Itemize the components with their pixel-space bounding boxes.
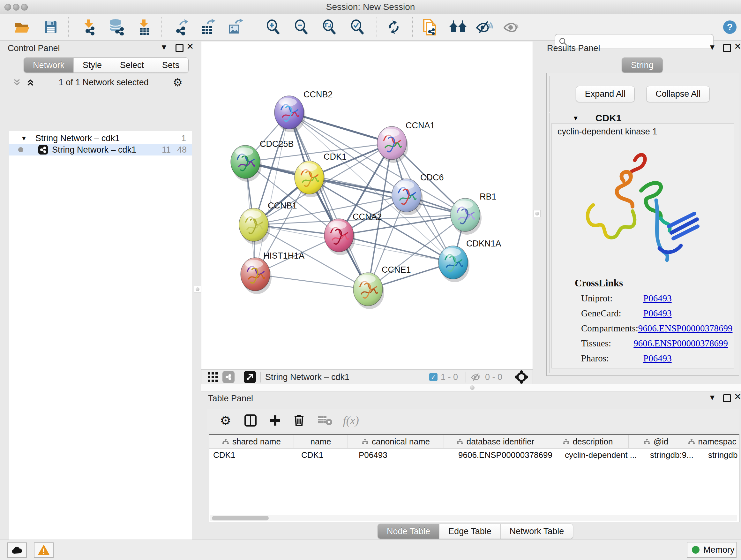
warnings-button[interactable] bbox=[34, 543, 54, 558]
network-node-CCNB2[interactable] bbox=[274, 96, 306, 132]
expand-all-button[interactable]: Expand All bbox=[576, 86, 635, 102]
panel-float-icon[interactable] bbox=[723, 394, 731, 402]
column-header-description[interactable]: description bbox=[547, 435, 629, 448]
column-header-database-identifier[interactable]: database identifier bbox=[444, 435, 547, 448]
crosslink-link[interactable]: 9606.ENSP00000378699 bbox=[633, 338, 728, 349]
import-network-from-file-icon[interactable] bbox=[80, 19, 97, 36]
network-edge-HIST1H1A-CCNE1[interactable] bbox=[255, 274, 368, 289]
tree-caret-icon[interactable]: ▼ bbox=[21, 135, 27, 142]
selected-checkbox-icon[interactable]: ✓ bbox=[429, 373, 437, 381]
network-node-CDC25B[interactable] bbox=[231, 145, 262, 182]
help-icon[interactable]: ? bbox=[723, 20, 737, 35]
tab-sets[interactable]: Sets bbox=[153, 58, 188, 72]
panel-menu-caret-icon[interactable]: ▼ bbox=[709, 44, 716, 51]
panel-float-icon[interactable] bbox=[176, 44, 184, 52]
network-canvas[interactable]: CCNB2CCNA1CDC25BCDK1CDC6RB1CCNB1CCNA2CDK… bbox=[201, 42, 533, 369]
column-header-canonical-name[interactable]: canonical name bbox=[348, 435, 444, 448]
column-header-id[interactable]: @id bbox=[629, 435, 683, 448]
network-node-HIST1H1A[interactable] bbox=[241, 258, 272, 294]
add-column-icon[interactable] bbox=[269, 415, 281, 427]
apply-layout-icon[interactable] bbox=[386, 19, 401, 35]
column-header-name[interactable]: name bbox=[294, 435, 348, 448]
zoom-fit-icon[interactable] bbox=[322, 19, 338, 35]
column-header-shared-name[interactable]: shared name bbox=[209, 435, 294, 448]
export-image-icon[interactable] bbox=[226, 19, 243, 36]
zoom-selected-icon[interactable] bbox=[350, 19, 366, 35]
hide-graphics-details-icon[interactable] bbox=[475, 19, 493, 35]
tab-string[interactable]: String bbox=[622, 58, 663, 72]
save-session-icon[interactable] bbox=[44, 20, 58, 35]
delete-column-icon[interactable] bbox=[293, 414, 305, 427]
network-node-CCNA2[interactable] bbox=[324, 219, 355, 255]
zoom-out-icon[interactable] bbox=[293, 19, 310, 35]
tab-node-table[interactable]: Node Table bbox=[378, 524, 439, 539]
table-cell[interactable]: CDK1 bbox=[209, 449, 297, 461]
delete-table-icon[interactable] bbox=[318, 415, 332, 426]
network-node-CDC6[interactable] bbox=[392, 179, 423, 215]
network-edge-CCNB2-HIST1H1A[interactable] bbox=[255, 112, 289, 274]
copy-network-icon[interactable] bbox=[421, 18, 438, 36]
panel-float-icon[interactable] bbox=[723, 44, 731, 52]
expand-all-chevrons-icon[interactable] bbox=[26, 78, 35, 86]
houses-icon[interactable] bbox=[449, 20, 467, 35]
table-options-gear-icon[interactable]: ⚙ bbox=[220, 413, 231, 428]
tab-network[interactable]: Network bbox=[24, 58, 73, 72]
protein-structure-image bbox=[576, 143, 710, 273]
tab-network-table[interactable]: Network Table bbox=[500, 524, 573, 539]
network-node-CCNA1[interactable] bbox=[377, 126, 408, 163]
import-network-from-database-icon[interactable] bbox=[107, 19, 125, 36]
export-network-icon[interactable] bbox=[172, 19, 189, 36]
crosslink-link[interactable]: P06493 bbox=[643, 353, 672, 364]
panel-close-icon[interactable]: ✕ bbox=[734, 43, 741, 51]
column-header-namespac[interactable]: namespac bbox=[683, 435, 741, 448]
open-session-icon[interactable] bbox=[14, 20, 30, 35]
panel-close-icon[interactable]: ✕ bbox=[186, 43, 194, 51]
table-row[interactable]: CDK1CDK1P064939606.ENSP00000378699cyclin… bbox=[209, 449, 739, 461]
node-result-entry: ▼ CDK1 cyclin-dependent kinase 1 bbox=[549, 113, 736, 373]
network-row-selected[interactable]: String Network – cdk1 11 48 bbox=[9, 144, 192, 155]
network-options-gear-icon[interactable]: ⚙ bbox=[173, 76, 183, 89]
collapse-all-chevrons-icon[interactable] bbox=[13, 78, 21, 86]
network-edge-CCNB2-CCNE1[interactable] bbox=[289, 112, 368, 289]
entry-caret-icon[interactable]: ▼ bbox=[572, 115, 579, 122]
panel-close-icon[interactable]: ✕ bbox=[734, 393, 741, 401]
tab-select[interactable]: Select bbox=[111, 58, 153, 72]
export-table-icon[interactable] bbox=[199, 19, 216, 36]
crosslink-link[interactable]: P06493 bbox=[643, 308, 672, 319]
table-horizontal-scrollbar[interactable] bbox=[210, 515, 737, 521]
show-graphics-details-icon[interactable] bbox=[503, 19, 520, 35]
network-node-CDK1[interactable] bbox=[294, 161, 326, 197]
left-splitter-handle[interactable] bbox=[194, 286, 201, 293]
network-node-CCNE1[interactable] bbox=[353, 273, 384, 309]
panel-menu-caret-icon[interactable]: ▼ bbox=[709, 394, 716, 401]
import-table-from-file-icon[interactable] bbox=[136, 19, 152, 36]
zoom-in-icon[interactable] bbox=[266, 19, 281, 35]
network-node-RB1[interactable] bbox=[451, 198, 482, 235]
network-node-CDKN1A[interactable] bbox=[439, 246, 469, 282]
collapse-all-button[interactable]: Collapse All bbox=[646, 86, 710, 102]
network-collection-row[interactable]: ▼ String Network – cdk1 1 bbox=[9, 132, 192, 144]
table-cell[interactable]: 9606.ENSP00000378699 bbox=[455, 449, 561, 461]
memory-button[interactable]: Memory bbox=[687, 542, 737, 558]
grid-view-icon[interactable] bbox=[207, 371, 219, 383]
table-cell[interactable]: P06493 bbox=[355, 449, 455, 461]
tab-edge-table[interactable]: Edge Table bbox=[439, 524, 500, 539]
show-columns-icon[interactable] bbox=[244, 414, 257, 427]
table-cell[interactable]: cyclin-dependent ... bbox=[561, 449, 646, 461]
table-cell[interactable]: CDK1 bbox=[297, 449, 355, 461]
navigator-crosshair-icon[interactable] bbox=[515, 370, 528, 384]
network-edge-CCNA2-CDKN1A[interactable] bbox=[339, 235, 453, 262]
table-cell[interactable]: stringdb bbox=[704, 449, 741, 461]
crosslink-row: Compartments:9606.ENSP00000378699 bbox=[581, 321, 728, 336]
right-splitter-handle[interactable] bbox=[534, 210, 541, 217]
detach-view-icon[interactable] bbox=[244, 371, 256, 383]
tab-style[interactable]: Style bbox=[73, 58, 111, 72]
scrollbar-thumb[interactable] bbox=[212, 516, 269, 520]
table-cell[interactable]: stringdb:9... bbox=[646, 449, 704, 461]
panel-menu-caret-icon[interactable]: ▼ bbox=[160, 44, 168, 51]
network-view-icon[interactable] bbox=[222, 371, 234, 383]
cloud-button[interactable] bbox=[7, 543, 27, 558]
function-builder-icon[interactable]: f(x) bbox=[343, 414, 359, 427]
crosslink-link[interactable]: 9606.ENSP00000378699 bbox=[638, 323, 733, 334]
crosslink-link[interactable]: P06493 bbox=[643, 293, 672, 304]
